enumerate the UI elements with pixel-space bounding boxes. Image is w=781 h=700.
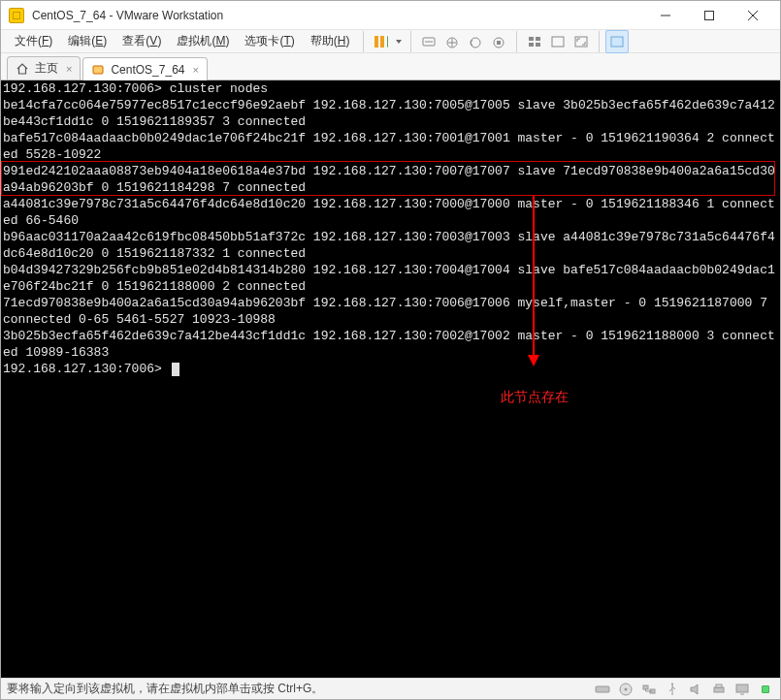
snapshot-manager-button[interactable]: [487, 30, 510, 53]
svg-rect-31: [716, 684, 722, 687]
svg-point-25: [625, 687, 628, 690]
window-title: CentOS_7_64 - VMware Workstation: [32, 9, 223, 22]
maximize-button[interactable]: [687, 2, 731, 29]
unity-button[interactable]: [605, 30, 629, 53]
svg-rect-16: [536, 43, 540, 47]
tabstrip: 主页 × CentOS_7_64 ×: [1, 53, 780, 80]
svg-marker-6: [387, 36, 388, 48]
device-cd-icon[interactable]: [617, 682, 635, 697]
window-controls: [643, 2, 774, 29]
vm-icon: [91, 63, 105, 77]
menu-vm[interactable]: 虚拟机(M): [169, 31, 237, 51]
menu-file[interactable]: 文件(F): [7, 31, 60, 51]
svg-point-10: [471, 38, 480, 48]
close-tab-icon[interactable]: ×: [66, 63, 72, 75]
menu-view[interactable]: 查看(V): [114, 31, 169, 51]
toolbar-separator-3: [599, 31, 600, 52]
svg-rect-26: [643, 685, 648, 689]
device-network-icon[interactable]: [640, 682, 658, 697]
home-tab[interactable]: 主页 ×: [7, 56, 81, 80]
device-usb-icon[interactable]: [664, 682, 681, 697]
minimize-button[interactable]: [643, 2, 687, 29]
vm-tab[interactable]: CentOS_7_64 ×: [82, 57, 208, 80]
console-view-button[interactable]: [546, 30, 569, 53]
power-controls: [370, 31, 405, 52]
terminal-cursor: [172, 363, 179, 376]
svg-rect-32: [736, 684, 748, 692]
menu-separator: [363, 31, 364, 52]
close-button[interactable]: [731, 2, 774, 29]
statusbar-hint: 要将输入定向到该虚拟机，请在虚拟机内部单击或按 Ctrl+G。: [7, 681, 323, 697]
send-ctrl-alt-del-button[interactable]: [417, 30, 440, 53]
svg-rect-15: [529, 43, 534, 47]
svg-rect-5: [380, 36, 384, 48]
svg-rect-13: [529, 37, 534, 41]
svg-rect-23: [596, 686, 609, 692]
close-tab-icon[interactable]: ×: [193, 64, 199, 76]
window-titlebar: CentOS_7_64 - VMware Workstation: [1, 1, 780, 30]
svg-rect-4: [374, 36, 378, 48]
svg-rect-30: [714, 687, 724, 692]
power-dropdown[interactable]: [393, 31, 405, 52]
annotation-text: 此节点存在: [501, 389, 569, 406]
thumbnail-view-button[interactable]: [523, 30, 546, 53]
statusbar: 要将输入定向到该虚拟机，请在虚拟机内部单击或按 Ctrl+G。: [1, 678, 780, 699]
vm-console[interactable]: 192.168.127.130:7006> cluster nodes be14…: [1, 80, 780, 678]
device-printer-icon[interactable]: [710, 682, 728, 697]
home-icon: [16, 62, 29, 76]
menubar: 文件(F) 编辑(E) 查看(V) 虚拟机(M) 选项卡(T) 帮助(H): [1, 30, 780, 53]
message-log-icon[interactable]: [757, 682, 774, 697]
svg-rect-1: [704, 11, 713, 19]
svg-rect-17: [552, 37, 564, 47]
svg-rect-14: [536, 37, 540, 41]
svg-rect-20: [93, 66, 103, 74]
toolbar-separator-2: [516, 31, 517, 52]
snapshot-take-button[interactable]: [440, 30, 464, 53]
device-icons: [594, 682, 774, 697]
svg-marker-29: [691, 684, 698, 694]
svg-rect-19: [611, 37, 623, 47]
svg-rect-12: [497, 41, 501, 45]
snapshot-revert-button[interactable]: [464, 30, 487, 53]
home-tab-label: 主页: [35, 60, 58, 77]
terminal-output: 192.168.127.130:7006> cluster nodes be14…: [1, 80, 780, 377]
device-display-icon[interactable]: [733, 682, 751, 697]
device-harddisk-icon[interactable]: [594, 682, 611, 697]
device-sound-icon[interactable]: [687, 682, 704, 697]
app-icon: [9, 8, 24, 23]
menu-tabs[interactable]: 选项卡(T): [237, 31, 302, 51]
fullscreen-button[interactable]: [569, 30, 593, 53]
toolbar-separator: [410, 31, 411, 52]
menu-help[interactable]: 帮助(H): [303, 31, 358, 51]
menu-edit[interactable]: 编辑(E): [60, 31, 114, 51]
vm-tab-label: CentOS_7_64: [111, 63, 184, 77]
play-pause-button[interactable]: [370, 31, 393, 52]
svg-point-28: [671, 683, 673, 684]
